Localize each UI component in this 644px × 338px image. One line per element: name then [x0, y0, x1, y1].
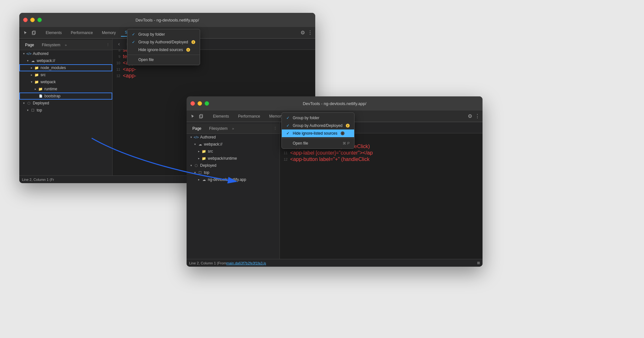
more-icon-1[interactable]: ⋮ [308, 30, 313, 36]
maximize-button-2[interactable] [205, 101, 209, 106]
devtools-content-2: Elements Performance Memory Sources » ⚙ … [187, 111, 483, 267]
src-icon-2: 📁 [201, 149, 207, 154]
subtabs-2: Page Filesystem » ⋮ [187, 123, 280, 134]
menu-open-file-label-1: Open file [138, 58, 154, 62]
src-label-2: src [208, 149, 213, 154]
tree-webpack-folder-1[interactable]: 📁 webpack [19, 78, 112, 85]
sidebar-more-1[interactable]: ⋮ [106, 43, 110, 47]
webpack-runtime-icon-2: 📁 [201, 156, 207, 161]
tree-webpack-runtime-2[interactable]: 📁 webpack/runtime [187, 155, 280, 162]
subtab-more-1[interactable]: » [65, 43, 67, 47]
maximize-button-1[interactable] [37, 18, 42, 22]
sidebar-2: Page Filesystem » ⋮ </> Authored ☁ webpa… [187, 122, 280, 259]
tree-deployed-1[interactable]: ⬡ Deployed [19, 100, 112, 107]
status-link-2[interactable]: main.da63f7b2fe3f1fa3.js [226, 261, 266, 265]
nav-back-1[interactable]: ‹ [115, 40, 123, 48]
tree-runtime-1[interactable]: 📁 runtime [19, 85, 112, 93]
menu-hide-ignore-label-2: Hide ignore-listed sources [293, 131, 337, 136]
close-button-1[interactable] [23, 18, 28, 22]
tree-src-2[interactable]: 📁 src [187, 148, 280, 155]
warn-icon-hide-1: ! [186, 48, 190, 52]
close-button-2[interactable] [190, 101, 195, 106]
tree-deployed-2[interactable]: ⬡ Deployed [187, 162, 280, 169]
tab-memory-1[interactable]: Memory [98, 29, 120, 36]
tree-authored-2[interactable]: </> Authored [187, 134, 280, 141]
top-arrow-1 [26, 108, 30, 112]
tab-elements-2[interactable]: Elements [209, 113, 233, 120]
context-menu-2: ✓ Group by folder ✓ Group by Authored/De… [281, 122, 354, 149]
warn-icon-authored-1: ! [191, 40, 195, 44]
tab-performance-1[interactable]: Performance [67, 29, 97, 36]
top-arrow-2 [193, 171, 197, 174]
code-fade-2 [463, 122, 483, 259]
window-title-2: DevTools - ng-devtools.netlify.app/ [303, 101, 366, 106]
minimize-button-1[interactable] [30, 18, 35, 22]
deployed-icon-1: ⬡ [26, 101, 32, 106]
tree-src-1[interactable]: 📁 src [19, 71, 112, 78]
tree-ng-devtools-2[interactable]: ☁ ng-devtools.netlify.app [187, 176, 280, 183]
menu-open-file-label-2: Open file [293, 141, 308, 146]
cursor-icon-2[interactable] [189, 112, 197, 120]
gear-icon-1[interactable]: ⚙ [300, 30, 305, 36]
menu-hide-ignore-1[interactable]: ✓ Hide ignore-listed sources ! [127, 46, 200, 54]
top-label-1: top [37, 108, 42, 112]
code-line-11-2: 11 <app-label [counter]="counter"></ap [280, 150, 483, 156]
devtools-window-2[interactable]: DevTools - ng-devtools.netlify.app/ Elem… [187, 96, 483, 267]
tab-settings-1: ⚙ ⋮ [300, 30, 313, 36]
copy-icon-2[interactable] [198, 112, 205, 120]
menu-open-file-2[interactable]: ✓ Open file ⌘ P [282, 139, 354, 147]
ng-devtools-icon-2: ☁ [201, 177, 207, 182]
tab-performance-2[interactable]: Performance [234, 113, 264, 120]
sidebar-more-2[interactable]: ⋮ [273, 126, 277, 130]
webpack-icon-1: ☁ [30, 58, 35, 63]
status-text-1: Line 2, Column 1 (Fr [22, 178, 54, 182]
tree-webpack-2[interactable]: ☁ webpack:// [187, 141, 280, 148]
top-label-2: top [204, 170, 209, 175]
traffic-lights-1 [23, 18, 42, 22]
tree-node-modules-1[interactable]: 📁 node_modules [19, 64, 112, 71]
tree-webpack-1[interactable]: ☁ webpack:// [19, 57, 112, 64]
copy-icon[interactable] [30, 29, 38, 37]
menu-open-file-1[interactable]: ✓ Open file [127, 56, 200, 64]
subtab-filesystem-1[interactable]: Filesystem [39, 42, 63, 48]
bootstrap-arrow-1 [33, 94, 37, 98]
menu-sep-1 [127, 55, 200, 55]
subtab-page-1[interactable]: Page [22, 42, 37, 48]
menu-group-authored-2[interactable]: ✓ Group by Authored/Deployed ! [282, 122, 354, 129]
menu-hide-ignore-label-1: Hide ignore-listed sources [138, 48, 183, 52]
menu-open-file-shortcut-2: ⌘ P [343, 141, 349, 146]
cursor-icon[interactable] [22, 29, 30, 37]
node-modules-arrow-1 [30, 66, 33, 70]
deployed-arrow-2 [189, 164, 193, 167]
subtab-filesystem-2[interactable]: Filesystem [206, 126, 231, 131]
more-icon-2[interactable]: ⋮ [475, 113, 480, 119]
src-icon-1: 📁 [34, 72, 39, 77]
authored-icon-2: </> [194, 135, 199, 140]
tree-bootstrap-1[interactable]: 📄 bootstrap [19, 93, 112, 100]
ng-devtools-label-2: ng-devtools.netlify.app [208, 177, 246, 182]
subtab-page-2[interactable]: Page [189, 126, 205, 131]
src-arrow-2 [197, 149, 201, 153]
context-menu-1: ✓ Group by folder ✓ Group by Authored/De… [127, 39, 200, 65]
code-line-11-1: 11 <app- [113, 66, 315, 73]
authored-icon-1: </> [26, 51, 32, 56]
webpack-arrow-1 [26, 59, 30, 63]
runtime-arrow-1 [33, 87, 37, 91]
expand-icon-2[interactable]: ⊞ [477, 261, 480, 265]
deployed-label-2: Deployed [200, 163, 216, 168]
tree-authored-1[interactable]: </> Authored [19, 50, 112, 57]
subtab-more-2[interactable]: » [232, 127, 234, 130]
minimize-button-2[interactable] [198, 101, 202, 106]
tab-icons-1 [22, 29, 38, 37]
menu-group-authored-1[interactable]: ✓ Group by Authored/Deployed ! [127, 39, 200, 46]
webpack-runtime-arrow-2 [197, 156, 201, 160]
tree-top-1[interactable]: ☐ top [19, 107, 112, 114]
webpack-icon-2: ☁ [198, 142, 203, 147]
tree-top-2[interactable]: ☐ top [187, 169, 280, 176]
window-title-1: DevTools - ng-devtools.netlify.app/ [135, 18, 199, 22]
menu-hide-ignore-2[interactable]: ✓ Hide ignore-listed sources ! [282, 129, 354, 137]
webpack-folder-icon-1: 📁 [34, 79, 39, 84]
warn-icon-authored-2: ! [346, 124, 350, 128]
gear-icon-2[interactable]: ⚙ [468, 113, 472, 119]
tab-elements-1[interactable]: Elements [42, 29, 66, 36]
